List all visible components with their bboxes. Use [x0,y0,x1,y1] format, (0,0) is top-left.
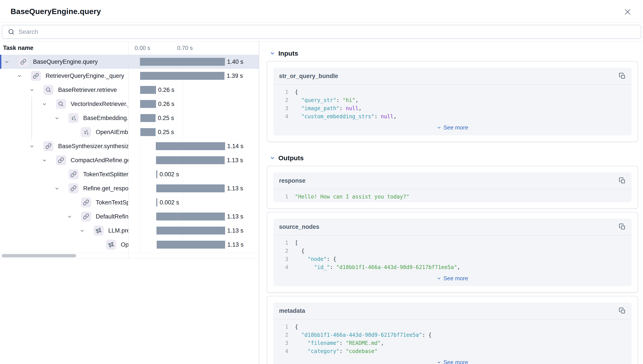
line-number: 4 [279,263,288,272]
task-row[interactable]: LLM.pre1.13 s [0,224,259,238]
task-row[interactable]: CompactAndRefine.ge1.13 s [0,153,259,167]
task-row[interactable]: BaseSynthesizer.synthesiz1.14 s [0,139,259,153]
horizontal-scrollbar[interactable] [2,254,76,258]
search-placeholder: Search [19,28,38,36]
duration-label: 1.14 s [227,139,244,153]
chevron-down-icon [270,156,275,161]
search-icon [56,99,66,109]
chevron-down-icon [437,276,441,281]
code-line: 3 "node": { [273,255,631,263]
copy-icon[interactable] [619,307,626,314]
code-token: "hi" [343,96,355,104]
task-row[interactable]: 123BaseEmbedding.g0.25 s [0,111,259,125]
svg-text:3: 3 [74,118,76,121]
expand-chevron-down-icon[interactable] [55,116,59,121]
task-label: BaseSynthesizer.synthesiz [58,143,128,150]
line-number: 4 [279,112,288,121]
code-viewer: response1"Hello! How can I assist you to… [273,172,631,202]
section-inputs-toggle[interactable]: Inputs [270,50,298,57]
section-outputs: Outputsresponse1"Hello! How can I assist… [267,154,638,364]
code-token: , [381,339,384,347]
attribute-key: response [279,178,305,184]
see-more-button[interactable]: See more [273,122,631,136]
code-token: { [295,247,304,255]
task-row[interactable]: Ope1.13 s [0,238,259,252]
task-row[interactable]: Refine.get_respo1.13 s [0,181,259,196]
task-row[interactable]: TokenTextSp0.002 s [0,196,259,210]
task-row[interactable]: BaseQueryEngine.query1.40 s [0,55,259,69]
attribute-card-str_or_query_bundle: str_or_query_bundle1{2 "query_str": "hi"… [267,61,638,142]
task-label-wrap: CompactAndRefine.ge [71,153,128,167]
section-outputs-toggle[interactable]: Outputs [270,154,304,162]
code-token: : [339,339,346,347]
copy-icon[interactable] [619,223,626,230]
task-label-wrap: BaseEmbedding.g [83,111,128,125]
see-more-label: See more [444,275,468,282]
task-row[interactable]: BaseRetriever.retrieve0.26 s [0,83,259,97]
copy-icon[interactable] [619,177,626,184]
expand-chevron-down-icon[interactable] [17,74,22,78]
expand-chevron-down-icon[interactable] [55,186,59,191]
duration-label: 1.39 s [227,69,243,83]
search-input[interactable]: Search [2,25,641,39]
duration-label: 0.25 s [158,125,174,139]
copy-icon[interactable] [619,72,626,80]
code-token: , [393,112,396,121]
title-bar: BaseQueryEngine.query [0,0,643,23]
llm-icon [94,226,104,236]
task-row[interactable]: TokenTextSplitter.0.002 s [0,167,259,181]
expand-chevron-down-icon[interactable] [5,60,9,64]
code-viewer: metadata1{2 "d18bb1f1-466a-443d-98d9-621… [273,302,631,364]
duration-label: 1.13 s [227,153,243,167]
task-row[interactable]: RetrieverQueryEngine._query1.39 s [0,69,259,83]
task-row[interactable]: 123OpenAIEmbe0.25 s [0,125,259,139]
expand-chevron-down-icon[interactable] [30,88,34,92]
line-number: 1 [279,193,288,201]
line-number: 1 [279,88,288,96]
code-token: : [330,263,336,272]
code-line: 3 "image_path": null, [273,104,631,112]
section-title: Inputs [278,50,298,57]
code-token: : { [327,255,336,263]
numbers-icon: 123 [68,113,79,123]
duration-bar [156,226,225,234]
expand-chevron-down-icon[interactable] [42,102,47,106]
duration-bar [140,114,156,122]
duration-bar [156,198,157,206]
attribute-header: str_or_query_bundle [273,68,631,84]
duration-bar [140,72,225,80]
duration-bar [140,58,225,66]
svg-text:3: 3 [87,132,88,135]
close-icon[interactable] [624,8,631,16]
duration-bar [156,212,225,220]
expand-chevron-down-icon[interactable] [42,158,47,163]
code-token: "README.md" [346,339,381,347]
code-token: : [339,347,346,356]
link-icon [56,155,66,165]
link-icon [68,169,79,179]
task-row[interactable]: VectorIndexRetriever._0.26 s [0,97,259,111]
code-block: 1[2 {3 "node": {4 "id_": "d18bb1f1-466a-… [273,236,631,273]
task-label: BaseQueryEngine.query [33,58,98,65]
chevron-down-icon [437,126,441,130]
expand-chevron-down-icon[interactable] [30,144,34,149]
page-title: BaseQueryEngine.query [11,0,101,23]
code-line: 1{ [273,323,631,331]
duration-bar [156,184,225,192]
span-details-panel: Inputsstr_or_query_bundle1{2 "query_str"… [259,41,643,364]
attribute-card-metadata: metadata1{2 "d18bb1f1-466a-443d-98d9-621… [267,296,638,364]
expand-chevron-down-icon[interactable] [67,214,72,219]
expand-chevron-down-icon[interactable] [80,228,85,233]
code-line: 2 { [273,247,631,255]
duration-bar [140,86,156,94]
see-more-button[interactable]: See more [273,273,631,286]
code-line: 2 "d18bb1f1-466a-443d-98d9-6217bf71ee5a"… [273,331,631,339]
task-label-wrap: BaseRetriever.retrieve [58,83,128,97]
task-row[interactable]: DefaultRefine1.13 s [0,210,259,224]
attribute-key: str_or_query_bundle [279,73,338,80]
code-block: 1{2 "query_str": "hi",3 "image_path": nu… [273,85,631,122]
code-token: "query_str" [295,96,336,104]
task-label-wrap: Ope [121,238,128,252]
search-icon [43,85,54,95]
see-more-button[interactable]: See more [273,357,631,364]
